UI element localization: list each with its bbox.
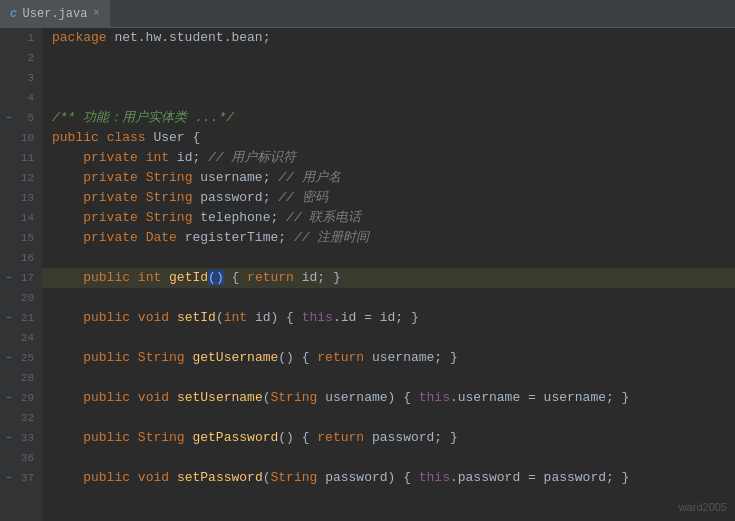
code-line: private Date registerTime; // 注册时间 — [42, 228, 735, 248]
code-line — [42, 88, 735, 108]
code-line: private String password; // 密码 — [42, 188, 735, 208]
line-number: 4 — [27, 92, 34, 104]
code-line: public void setPassword(String password)… — [42, 468, 735, 488]
gutter: 1234−510111213141516−1720−2124−2528−2932… — [0, 28, 42, 521]
gutter-row: 28 — [0, 368, 42, 388]
tab-file-icon: C — [10, 8, 17, 20]
code-line: private String telephone; // 联系电话 — [42, 208, 735, 228]
gutter-row: 12 — [0, 168, 42, 188]
code-area[interactable]: package net.hw.student.bean; /** 功能：用户实体… — [42, 28, 735, 521]
code-line — [42, 368, 735, 388]
code-line: public String getUsername() { return use… — [42, 348, 735, 368]
code-line — [42, 48, 735, 68]
fold-icon[interactable]: − — [4, 433, 14, 443]
line-number: 24 — [21, 332, 34, 344]
gutter-row: 11 — [0, 148, 42, 168]
gutter-row: 13 — [0, 188, 42, 208]
gutter-row: −25 — [0, 348, 42, 368]
gutter-row: 36 — [0, 448, 42, 468]
line-number: 12 — [21, 172, 34, 184]
gutter-row: −17 — [0, 268, 42, 288]
line-number: 36 — [21, 452, 34, 464]
code-line: public int getId() { return id; } — [42, 268, 735, 288]
code-line: public void setId(int id) { this.id = id… — [42, 308, 735, 328]
code-lines: package net.hw.student.bean; /** 功能：用户实体… — [42, 28, 735, 488]
code-line: private int id; // 用户标识符 — [42, 148, 735, 168]
tab-bar: C User.java × — [0, 0, 735, 28]
file-tab[interactable]: C User.java × — [0, 0, 110, 28]
line-number: 20 — [21, 292, 34, 304]
tab-close-icon[interactable]: × — [93, 8, 99, 19]
gutter-row: 14 — [0, 208, 42, 228]
gutter-row: 4 — [0, 88, 42, 108]
code-line: private String username; // 用户名 — [42, 168, 735, 188]
gutter-row: 3 — [0, 68, 42, 88]
fold-icon[interactable]: − — [4, 473, 14, 483]
watermark: ward2005 — [679, 501, 727, 513]
line-number: 16 — [21, 252, 34, 264]
code-line: public void setUsername(String username)… — [42, 388, 735, 408]
code-line: package net.hw.student.bean; — [42, 28, 735, 48]
gutter-row: 2 — [0, 48, 42, 68]
fold-icon[interactable]: − — [4, 113, 14, 123]
code-line — [42, 288, 735, 308]
code-line — [42, 248, 735, 268]
gutter-row: 32 — [0, 408, 42, 428]
line-number: 37 — [21, 472, 34, 484]
code-line: public String getPassword() { return pas… — [42, 428, 735, 448]
line-number: 13 — [21, 192, 34, 204]
line-number: 25 — [21, 352, 34, 364]
line-number: 32 — [21, 412, 34, 424]
gutter-row: 10 — [0, 128, 42, 148]
code-line: public class User { — [42, 128, 735, 148]
line-number: 11 — [21, 152, 34, 164]
line-number: 5 — [27, 112, 34, 124]
gutter-row: 20 — [0, 288, 42, 308]
gutter-row: −5 — [0, 108, 42, 128]
gutter-row: 16 — [0, 248, 42, 268]
code-line — [42, 448, 735, 468]
code-line: /** 功能：用户实体类 ...*/ — [42, 108, 735, 128]
tab-label: User.java — [23, 7, 88, 21]
line-number: 17 — [21, 272, 34, 284]
editor: 1234−510111213141516−1720−2124−2528−2932… — [0, 28, 735, 521]
fold-icon[interactable]: − — [4, 313, 14, 323]
fold-icon[interactable]: − — [4, 353, 14, 363]
fold-icon[interactable]: − — [4, 273, 14, 283]
line-number: 3 — [27, 72, 34, 84]
code-line — [42, 328, 735, 348]
line-number: 2 — [27, 52, 34, 64]
line-number: 29 — [21, 392, 34, 404]
line-number: 21 — [21, 312, 34, 324]
gutter-row: −21 — [0, 308, 42, 328]
gutter-row: 24 — [0, 328, 42, 348]
line-number: 1 — [27, 32, 34, 44]
gutter-row: 1 — [0, 28, 42, 48]
gutter-row: −33 — [0, 428, 42, 448]
gutter-row: −29 — [0, 388, 42, 408]
line-number: 15 — [21, 232, 34, 244]
fold-icon[interactable]: − — [4, 393, 14, 403]
line-number: 28 — [21, 372, 34, 384]
code-line — [42, 68, 735, 88]
gutter-row: −37 — [0, 468, 42, 488]
line-number: 10 — [21, 132, 34, 144]
line-number: 33 — [21, 432, 34, 444]
gutter-row: 15 — [0, 228, 42, 248]
line-number: 14 — [21, 212, 34, 224]
code-line — [42, 408, 735, 428]
